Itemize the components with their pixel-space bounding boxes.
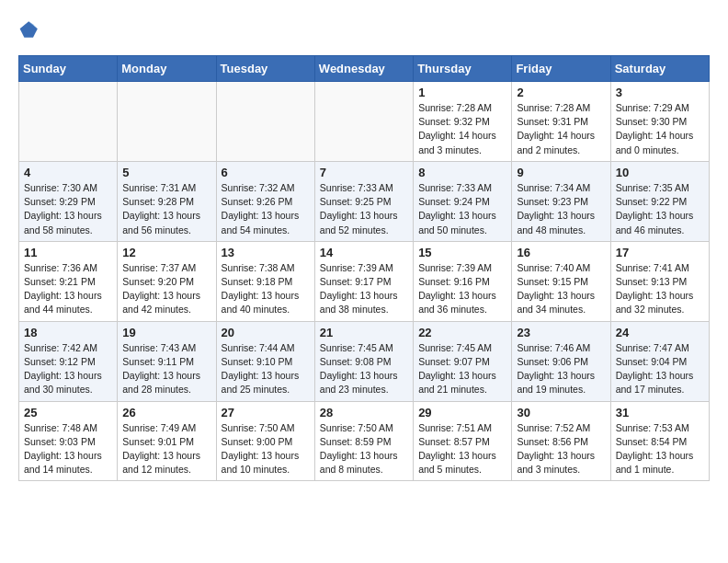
day-info: Sunrise: 7:51 AMSunset: 8:57 PMDaylight:… bbox=[418, 421, 506, 477]
day-info: Sunrise: 7:53 AMSunset: 8:54 PMDaylight:… bbox=[616, 421, 704, 477]
calendar-cell: 26Sunrise: 7:49 AMSunset: 9:01 PMDayligh… bbox=[118, 401, 216, 481]
day-number: 29 bbox=[418, 406, 506, 419]
day-number: 7 bbox=[320, 166, 408, 179]
day-number: 5 bbox=[122, 166, 210, 179]
calendar-cell: 7Sunrise: 7:33 AMSunset: 9:25 PMDaylight… bbox=[314, 161, 413, 241]
day-number: 22 bbox=[418, 326, 506, 339]
calendar-cell: 18Sunrise: 7:42 AMSunset: 9:12 PMDayligh… bbox=[19, 321, 118, 401]
svg-marker-0 bbox=[20, 21, 38, 38]
day-number: 8 bbox=[418, 166, 506, 179]
day-info: Sunrise: 7:29 AMSunset: 9:30 PMDaylight:… bbox=[616, 101, 704, 157]
calendar-cell: 27Sunrise: 7:50 AMSunset: 9:00 PMDayligh… bbox=[216, 401, 314, 481]
calendar-cell: 22Sunrise: 7:45 AMSunset: 9:07 PMDayligh… bbox=[414, 321, 512, 401]
calendar-table: SundayMondayTuesdayWednesdayThursdayFrid… bbox=[18, 55, 710, 481]
day-number: 20 bbox=[222, 326, 310, 339]
day-number: 30 bbox=[517, 406, 605, 419]
calendar-cell bbox=[216, 82, 314, 162]
day-info: Sunrise: 7:37 AMSunset: 9:20 PMDaylight:… bbox=[122, 261, 210, 317]
day-info: Sunrise: 7:46 AMSunset: 9:06 PMDaylight:… bbox=[517, 341, 605, 397]
calendar-week-row: 11Sunrise: 7:36 AMSunset: 9:21 PMDayligh… bbox=[19, 241, 710, 321]
day-number: 28 bbox=[320, 406, 408, 419]
day-number: 24 bbox=[616, 326, 704, 339]
day-info: Sunrise: 7:41 AMSunset: 9:13 PMDaylight:… bbox=[616, 261, 704, 317]
calendar-week-row: 18Sunrise: 7:42 AMSunset: 9:12 PMDayligh… bbox=[19, 321, 710, 401]
day-info: Sunrise: 7:39 AMSunset: 9:16 PMDaylight:… bbox=[418, 261, 506, 317]
calendar-cell: 9Sunrise: 7:34 AMSunset: 9:23 PMDaylight… bbox=[512, 161, 610, 241]
logo-icon bbox=[18, 18, 40, 40]
day-info: Sunrise: 7:38 AMSunset: 9:18 PMDaylight:… bbox=[222, 261, 310, 317]
day-number: 23 bbox=[517, 326, 605, 339]
logo bbox=[18, 18, 44, 40]
day-info: Sunrise: 7:50 AMSunset: 9:00 PMDaylight:… bbox=[222, 421, 310, 477]
day-info: Sunrise: 7:28 AMSunset: 9:32 PMDaylight:… bbox=[418, 101, 506, 157]
day-number: 13 bbox=[222, 246, 310, 259]
calendar-cell: 14Sunrise: 7:39 AMSunset: 9:17 PMDayligh… bbox=[314, 241, 413, 321]
weekday-header-sunday: Sunday bbox=[19, 56, 118, 82]
day-number: 4 bbox=[24, 166, 112, 179]
calendar-week-row: 25Sunrise: 7:48 AMSunset: 9:03 PMDayligh… bbox=[19, 401, 710, 481]
day-info: Sunrise: 7:49 AMSunset: 9:01 PMDaylight:… bbox=[122, 421, 210, 477]
day-info: Sunrise: 7:48 AMSunset: 9:03 PMDaylight:… bbox=[24, 421, 112, 477]
weekday-header-monday: Monday bbox=[118, 56, 216, 82]
weekday-header-tuesday: Tuesday bbox=[216, 56, 314, 82]
day-info: Sunrise: 7:50 AMSunset: 8:59 PMDaylight:… bbox=[320, 421, 408, 477]
day-number: 16 bbox=[517, 246, 605, 259]
calendar-cell: 31Sunrise: 7:53 AMSunset: 8:54 PMDayligh… bbox=[610, 401, 709, 481]
calendar-cell: 17Sunrise: 7:41 AMSunset: 9:13 PMDayligh… bbox=[610, 241, 709, 321]
day-info: Sunrise: 7:47 AMSunset: 9:04 PMDaylight:… bbox=[616, 341, 704, 397]
calendar-cell: 3Sunrise: 7:29 AMSunset: 9:30 PMDaylight… bbox=[610, 82, 709, 162]
day-number: 1 bbox=[418, 86, 506, 99]
calendar-cell: 29Sunrise: 7:51 AMSunset: 8:57 PMDayligh… bbox=[414, 401, 512, 481]
weekday-header-friday: Friday bbox=[512, 56, 610, 82]
calendar-cell bbox=[314, 82, 413, 162]
calendar-cell: 23Sunrise: 7:46 AMSunset: 9:06 PMDayligh… bbox=[512, 321, 610, 401]
calendar-cell: 4Sunrise: 7:30 AMSunset: 9:29 PMDaylight… bbox=[19, 161, 118, 241]
day-number: 27 bbox=[222, 406, 310, 419]
day-number: 31 bbox=[616, 406, 704, 419]
day-info: Sunrise: 7:43 AMSunset: 9:11 PMDaylight:… bbox=[122, 341, 210, 397]
day-info: Sunrise: 7:35 AMSunset: 9:22 PMDaylight:… bbox=[616, 181, 704, 237]
day-info: Sunrise: 7:42 AMSunset: 9:12 PMDaylight:… bbox=[24, 341, 112, 397]
day-number: 19 bbox=[122, 326, 210, 339]
day-info: Sunrise: 7:45 AMSunset: 9:08 PMDaylight:… bbox=[320, 341, 408, 397]
day-number: 26 bbox=[122, 406, 210, 419]
day-number: 6 bbox=[222, 166, 310, 179]
calendar-cell: 11Sunrise: 7:36 AMSunset: 9:21 PMDayligh… bbox=[19, 241, 118, 321]
weekday-header-row: SundayMondayTuesdayWednesdayThursdayFrid… bbox=[19, 56, 710, 82]
calendar-cell: 13Sunrise: 7:38 AMSunset: 9:18 PMDayligh… bbox=[216, 241, 314, 321]
weekday-header-thursday: Thursday bbox=[414, 56, 512, 82]
day-info: Sunrise: 7:36 AMSunset: 9:21 PMDaylight:… bbox=[24, 261, 112, 317]
day-info: Sunrise: 7:31 AMSunset: 9:28 PMDaylight:… bbox=[122, 181, 210, 237]
day-info: Sunrise: 7:33 AMSunset: 9:24 PMDaylight:… bbox=[418, 181, 506, 237]
calendar-week-row: 4Sunrise: 7:30 AMSunset: 9:29 PMDaylight… bbox=[19, 161, 710, 241]
day-info: Sunrise: 7:34 AMSunset: 9:23 PMDaylight:… bbox=[517, 181, 605, 237]
day-info: Sunrise: 7:28 AMSunset: 9:31 PMDaylight:… bbox=[517, 101, 605, 157]
day-number: 21 bbox=[320, 326, 408, 339]
day-number: 11 bbox=[24, 246, 112, 259]
day-info: Sunrise: 7:33 AMSunset: 9:25 PMDaylight:… bbox=[320, 181, 408, 237]
calendar-cell: 28Sunrise: 7:50 AMSunset: 8:59 PMDayligh… bbox=[314, 401, 413, 481]
day-number: 15 bbox=[418, 246, 506, 259]
day-info: Sunrise: 7:30 AMSunset: 9:29 PMDaylight:… bbox=[24, 181, 112, 237]
calendar-cell: 1Sunrise: 7:28 AMSunset: 9:32 PMDaylight… bbox=[414, 82, 512, 162]
calendar-cell: 10Sunrise: 7:35 AMSunset: 9:22 PMDayligh… bbox=[610, 161, 709, 241]
calendar-cell: 19Sunrise: 7:43 AMSunset: 9:11 PMDayligh… bbox=[118, 321, 216, 401]
calendar-cell: 20Sunrise: 7:44 AMSunset: 9:10 PMDayligh… bbox=[216, 321, 314, 401]
calendar-cell: 6Sunrise: 7:32 AMSunset: 9:26 PMDaylight… bbox=[216, 161, 314, 241]
day-info: Sunrise: 7:52 AMSunset: 8:56 PMDaylight:… bbox=[517, 421, 605, 477]
calendar-cell: 5Sunrise: 7:31 AMSunset: 9:28 PMDaylight… bbox=[118, 161, 216, 241]
day-number: 25 bbox=[24, 406, 112, 419]
calendar-cell: 12Sunrise: 7:37 AMSunset: 9:20 PMDayligh… bbox=[118, 241, 216, 321]
weekday-header-saturday: Saturday bbox=[610, 56, 709, 82]
day-number: 18 bbox=[24, 326, 112, 339]
day-number: 14 bbox=[320, 246, 408, 259]
calendar-cell: 30Sunrise: 7:52 AMSunset: 8:56 PMDayligh… bbox=[512, 401, 610, 481]
day-number: 12 bbox=[122, 246, 210, 259]
calendar-cell: 16Sunrise: 7:40 AMSunset: 9:15 PMDayligh… bbox=[512, 241, 610, 321]
day-number: 10 bbox=[616, 166, 704, 179]
calendar-cell: 21Sunrise: 7:45 AMSunset: 9:08 PMDayligh… bbox=[314, 321, 413, 401]
calendar-cell: 24Sunrise: 7:47 AMSunset: 9:04 PMDayligh… bbox=[610, 321, 709, 401]
weekday-header-wednesday: Wednesday bbox=[314, 56, 413, 82]
calendar-cell: 2Sunrise: 7:28 AMSunset: 9:31 PMDaylight… bbox=[512, 82, 610, 162]
day-info: Sunrise: 7:39 AMSunset: 9:17 PMDaylight:… bbox=[320, 261, 408, 317]
